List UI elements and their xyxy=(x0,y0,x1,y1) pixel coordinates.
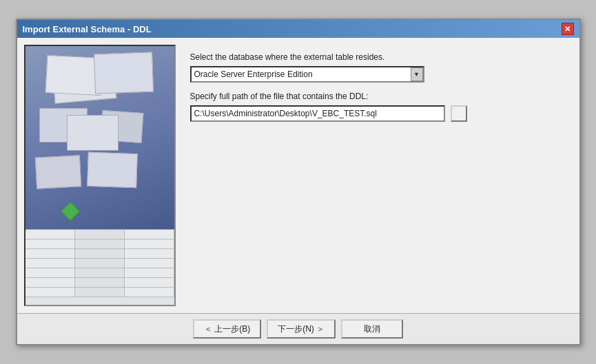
database-dropdown-wrapper: Oracle Server Enterprise Edition ▼ xyxy=(190,66,424,83)
filepath-section: Specify full path of the file that conta… xyxy=(190,91,569,122)
title-bar-text: Import External Schema - DDL xyxy=(23,24,152,34)
decorative-image-panel xyxy=(24,45,176,306)
database-dropdown[interactable]: Oracle Server Enterprise Edition xyxy=(190,66,424,83)
button-bar: ＜ 上一步(B) 下一步(N) ＞ 取消 xyxy=(17,313,579,344)
browse-button[interactable] xyxy=(451,105,467,122)
database-section-label: Select the database where the external t… xyxy=(190,52,569,63)
file-path-input[interactable] xyxy=(190,105,445,122)
filepath-section-label: Specify full path of the file that conta… xyxy=(190,91,569,103)
dialog-body: Select the database where the external t… xyxy=(17,38,579,313)
title-bar: Import External Schema - DDL ✕ xyxy=(17,20,579,38)
image-background xyxy=(25,46,174,305)
file-row xyxy=(190,105,569,122)
database-section: Select the database where the external t… xyxy=(190,52,569,83)
database-dropdown-container: Oracle Server Enterprise Edition ▼ xyxy=(190,66,569,83)
right-content-panel: Select the database where the external t… xyxy=(187,45,573,306)
back-button[interactable]: ＜ 上一步(B) xyxy=(193,319,261,339)
next-button[interactable]: 下一步(N) ＞ xyxy=(267,319,336,339)
close-button[interactable]: ✕ xyxy=(562,23,574,35)
cancel-button[interactable]: 取消 xyxy=(341,319,403,339)
dialog-window: Import External Schema - DDL ✕ xyxy=(16,19,581,345)
bottom-table-decoration xyxy=(25,229,174,305)
